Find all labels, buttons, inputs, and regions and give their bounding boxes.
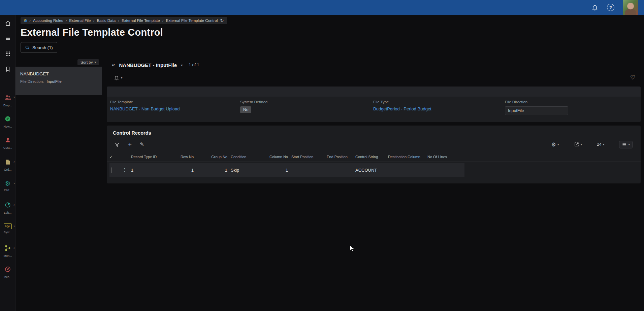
main-area: Accounting Rules External File Basic Dat…: [15, 15, 644, 311]
help-icon[interactable]: [607, 4, 614, 11]
record-title-dropdown-icon[interactable]: [181, 63, 183, 67]
alarm-dropdown[interactable]: [114, 75, 123, 80]
breadcrumb-external-file[interactable]: External File: [69, 19, 91, 23]
app-launcher-button[interactable]: [0, 50, 15, 58]
chevron-down-icon: [628, 143, 630, 146]
table-header: Record Type ID Row No Group No Condition…: [107, 154, 641, 162]
column-header-start-position[interactable]: Start Position: [291, 155, 327, 160]
sort-by-button[interactable]: Sort by: [77, 59, 99, 65]
record-count: 1 of 1: [189, 63, 199, 67]
add-record-button[interactable]: [128, 141, 132, 148]
news-icon: [0, 115, 15, 123]
edit-record-button[interactable]: [140, 141, 144, 147]
chevron-right-icon: [162, 18, 164, 23]
sidebar-item-label: Inco...: [0, 275, 15, 279]
file-type-link[interactable]: BudgetPeriod - Period Budget: [373, 106, 431, 111]
filter-button[interactable]: [114, 142, 120, 147]
table-row[interactable]: 1 1 1 Skip 1 ACCOUNT: [109, 163, 464, 177]
row-kebab-menu-icon[interactable]: [122, 167, 131, 173]
hamburger-icon: [0, 35, 15, 42]
column-header-control-string[interactable]: Control String: [355, 155, 388, 160]
field-file-template: File Template NANBUDGET - Nan Budget Upl…: [107, 99, 240, 115]
file-direction-input[interactable]: [505, 106, 568, 115]
row-checkbox[interactable]: [111, 167, 112, 173]
sidebar-item-news[interactable]: New...: [0, 115, 15, 128]
export-icon: [574, 142, 579, 147]
sidebar-item-customer[interactable]: Cust...: [0, 136, 15, 149]
cell-group-no: 1: [197, 168, 231, 173]
sidebar-item-system[interactable]: SQL Syst...: [0, 222, 15, 234]
page-size-value: 24: [597, 142, 602, 147]
bookmarks-button[interactable]: [0, 65, 15, 73]
user-avatar[interactable]: [623, 0, 638, 15]
list-item-nanbudget[interactable]: NANBUDGET File Direction: InputFile: [15, 67, 102, 95]
breadcrumb-accounting-rules[interactable]: Accounting Rules: [33, 19, 63, 23]
sidebar-item-monitoring[interactable]: Mon...: [0, 244, 15, 257]
column-header-row-no[interactable]: Row No: [175, 155, 197, 160]
sidebar-item-label: Part...: [0, 188, 15, 192]
app-dot-icon: [24, 19, 27, 22]
field-label: File Direction: [505, 100, 641, 104]
sidebar-item-employees[interactable]: Emp...: [0, 94, 15, 107]
search-button-label: Search (1): [32, 45, 53, 50]
orders-icon: [0, 158, 15, 166]
breadcrumb-current-page[interactable]: External File Template Control: [166, 19, 218, 23]
sidebar-item-lobby[interactable]: Lob...: [0, 201, 15, 214]
field-label: File Template: [110, 100, 240, 104]
control-records-card: Control Records: [107, 126, 641, 183]
field-system-defined: System Defined No: [240, 99, 373, 115]
record-toolbar: [102, 74, 644, 81]
column-header-column-no[interactable]: Column No: [264, 155, 291, 160]
sidebar-item-parts[interactable]: Part...: [0, 180, 15, 192]
collapse-panel-icon[interactable]: [112, 62, 115, 68]
view-mode-selector[interactable]: [619, 141, 633, 148]
file-template-link[interactable]: NANBUDGET - Nan Budget Upload: [110, 106, 180, 111]
column-header-group-no[interactable]: Group No: [197, 155, 231, 160]
record-detail-area: NANBUDGET - InputFile 1 of 1 File Templa…: [102, 59, 644, 311]
chevron-right-icon: [29, 18, 31, 23]
sidebar-item-incomplete[interactable]: Inco...: [0, 266, 15, 279]
page-size-selector[interactable]: 24: [597, 142, 604, 147]
search-button[interactable]: Search (1): [21, 42, 57, 53]
menu-button[interactable]: [0, 35, 15, 43]
notifications-bell-icon[interactable]: [591, 4, 598, 11]
pencil-icon: [140, 141, 144, 147]
employees-icon: [0, 94, 15, 101]
search-icon: [25, 45, 30, 50]
home-icon: [0, 20, 15, 27]
breadcrumb: Accounting Rules External File Basic Dat…: [21, 17, 227, 24]
select-all-checkmark[interactable]: [109, 154, 113, 159]
sidebar-item-label: Emp...: [0, 104, 15, 107]
cell-column-no: 1: [264, 168, 291, 173]
page-header: Accounting Rules External File Basic Dat…: [15, 15, 644, 53]
record-detail-card: File Template NANBUDGET - Nan Budget Upl…: [107, 87, 641, 122]
refresh-icon[interactable]: [220, 18, 224, 23]
alarm-bell-icon: [114, 75, 119, 80]
breadcrumb-external-file-template[interactable]: External File Template: [122, 19, 160, 23]
column-header-no-of-lines[interactable]: No Of Lines: [427, 155, 464, 160]
sidebar-item-label: Lob...: [0, 211, 15, 214]
sidebar-item-label: Ord...: [0, 168, 15, 171]
column-header-end-position[interactable]: End Position: [327, 155, 355, 160]
sidebar-item-orders[interactable]: Ord...: [0, 158, 15, 171]
left-sidebar: Emp... New... Cust... Ord...: [0, 15, 15, 311]
home-button[interactable]: [0, 20, 15, 28]
filter-funnel-icon: [114, 142, 120, 147]
chevron-down-icon: [557, 143, 559, 146]
column-header-destination-column[interactable]: Destination Column: [388, 155, 427, 160]
record-header: NANBUDGET - InputFile 1 of 1: [102, 59, 644, 69]
sidebar-item-label: New...: [0, 125, 15, 128]
favorite-heart-icon[interactable]: [630, 74, 635, 81]
chevron-down-icon: [603, 143, 605, 146]
table-settings-button[interactable]: [551, 141, 559, 148]
chevron-right-icon: [66, 18, 67, 23]
column-header-condition[interactable]: Condition: [231, 155, 264, 160]
column-header-record-type-id[interactable]: Record Type ID: [131, 155, 175, 160]
system-defined-badge: No: [240, 106, 251, 113]
breadcrumb-basic-data[interactable]: Basic Data: [97, 19, 116, 23]
workflow-branch-icon: [0, 244, 15, 252]
record-list-panel: Sort by NANBUDGET File Direction: InputF…: [15, 59, 102, 311]
chevron-right-icon: [93, 18, 94, 23]
field-label: File Type: [373, 100, 505, 104]
export-button[interactable]: [574, 142, 582, 147]
